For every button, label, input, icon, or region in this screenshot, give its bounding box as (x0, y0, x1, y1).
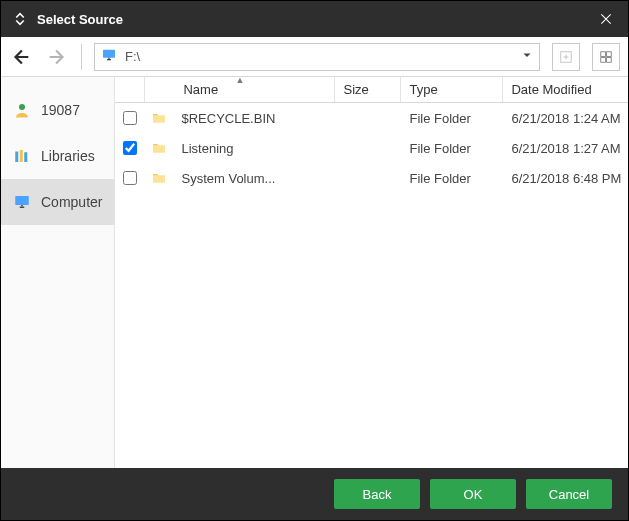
row-date: 6/21/2018 1:27 AM (503, 141, 628, 156)
folder-icon (145, 110, 173, 126)
column-headers: ▲ Name Size Type Date Modified (115, 77, 628, 103)
row-name: System Volum... (173, 171, 335, 186)
column-header-date[interactable]: Date Modified (503, 77, 628, 102)
libraries-icon (13, 147, 31, 165)
column-header-checkbox[interactable] (115, 77, 145, 102)
user-icon (13, 101, 31, 119)
column-label: Date Modified (511, 82, 591, 97)
table-row[interactable]: $RECYCLE.BIN File Folder 6/21/2018 1:24 … (115, 103, 628, 133)
view-grid-button[interactable] (592, 43, 620, 71)
svg-rect-1 (107, 59, 111, 60)
svg-rect-5 (607, 51, 612, 56)
column-header-size[interactable]: Size (335, 77, 401, 102)
cancel-button[interactable]: Cancel (526, 479, 612, 509)
toolbar: F:\ (1, 37, 628, 77)
svg-point-8 (19, 104, 25, 110)
table-row[interactable]: Listening File Folder 6/21/2018 1:27 AM (115, 133, 628, 163)
sidebar-item-user[interactable]: 19087 (1, 87, 114, 133)
column-header-name[interactable]: ▲ Name (145, 77, 335, 102)
svg-rect-11 (24, 152, 27, 162)
row-checkbox[interactable] (123, 111, 137, 125)
sidebar-item-label: Libraries (41, 148, 95, 164)
close-button[interactable] (590, 3, 622, 35)
sidebar: 19087 Libraries Computer (1, 77, 115, 468)
body: 19087 Libraries Computer ▲ Name (1, 77, 628, 468)
row-date: 6/21/2018 6:48 PM (503, 171, 628, 186)
svg-rect-4 (601, 51, 606, 56)
file-rows[interactable]: $RECYCLE.BIN File Folder 6/21/2018 1:24 … (115, 103, 628, 468)
window-title: Select Source (37, 12, 590, 27)
back-nav-button[interactable] (9, 45, 33, 69)
row-checkbox[interactable] (123, 141, 137, 155)
svg-rect-14 (21, 205, 23, 207)
svg-rect-7 (607, 57, 612, 62)
row-type: File Folder (401, 111, 503, 126)
sidebar-item-computer[interactable]: Computer (1, 179, 114, 225)
toolbar-separator (81, 44, 82, 70)
sidebar-item-libraries[interactable]: Libraries (1, 133, 114, 179)
column-header-type[interactable]: Type (401, 77, 503, 102)
column-label: Name (183, 82, 218, 97)
new-folder-button[interactable] (552, 43, 580, 71)
back-button[interactable]: Back (334, 479, 420, 509)
row-type: File Folder (401, 141, 503, 156)
chevron-down-icon (521, 49, 533, 64)
svg-rect-6 (601, 57, 606, 62)
svg-rect-2 (108, 58, 109, 59)
svg-rect-12 (15, 196, 29, 205)
row-checkbox[interactable] (123, 171, 137, 185)
path-text: F:\ (125, 49, 140, 64)
footer: Back OK Cancel (1, 468, 628, 520)
forward-nav-button[interactable] (45, 45, 69, 69)
folder-icon (145, 140, 173, 156)
path-combobox[interactable]: F:\ (94, 43, 540, 71)
column-label: Type (409, 82, 437, 97)
row-name: $RECYCLE.BIN (173, 111, 335, 126)
app-icon (11, 10, 29, 28)
row-name: Listening (173, 141, 335, 156)
svg-rect-13 (20, 207, 25, 209)
file-list: ▲ Name Size Type Date Modified $RECYCLE.… (115, 77, 628, 468)
computer-icon (13, 193, 31, 211)
sidebar-item-label: 19087 (41, 102, 80, 118)
ok-button[interactable]: OK (430, 479, 516, 509)
row-date: 6/21/2018 1:24 AM (503, 111, 628, 126)
monitor-icon (101, 47, 117, 66)
sidebar-item-label: Computer (41, 194, 102, 210)
svg-rect-10 (20, 150, 23, 162)
svg-rect-0 (103, 50, 115, 58)
svg-rect-9 (15, 152, 18, 163)
dialog-window: Select Source F:\ (0, 0, 629, 521)
titlebar: Select Source (1, 1, 628, 37)
column-label: Size (343, 82, 368, 97)
sort-caret-icon: ▲ (236, 77, 245, 85)
folder-icon (145, 170, 173, 186)
table-row[interactable]: System Volum... File Folder 6/21/2018 6:… (115, 163, 628, 193)
row-type: File Folder (401, 171, 503, 186)
